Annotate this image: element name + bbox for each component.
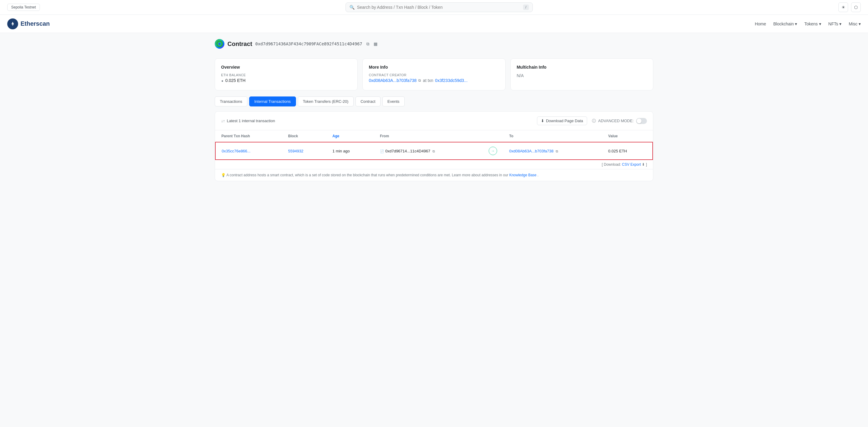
eth-balance-label: ETH BALANCE bbox=[221, 73, 351, 77]
overview-card: Overview ETH BALANCE ⬥ 0.025 ETH bbox=[215, 58, 358, 90]
contract-creator-label: CONTRACT CREATOR bbox=[369, 73, 499, 77]
download-label: Download Page Data bbox=[546, 118, 583, 123]
nav-links: Home Blockchain ▾ Tokens ▾ NFTs ▾ Misc ▾ bbox=[755, 22, 861, 26]
contract-icon bbox=[215, 39, 224, 49]
footer-note-text: A contract address hosts a smart contrac… bbox=[226, 173, 508, 177]
topbar-right: ☀ ⬡ bbox=[838, 2, 861, 12]
nfts-chevron-icon: ▾ bbox=[839, 22, 841, 26]
tab-internal-transactions[interactable]: Internal Transactions bbox=[249, 96, 296, 107]
multichain-card: Multichain Info N/A bbox=[510, 58, 653, 90]
col-block: Block bbox=[282, 130, 327, 142]
age-cell: 1 min ago bbox=[327, 142, 374, 160]
tab-contract[interactable]: Contract bbox=[355, 96, 380, 107]
table-body: 0x35cc76e866... 5594932 1 min ago 📄 0xd7… bbox=[215, 142, 653, 160]
footer-period: . bbox=[537, 173, 538, 177]
sort-icon: ↓↑ bbox=[221, 118, 225, 123]
table-row: 0x35cc76e866... 5594932 1 min ago 📄 0xd7… bbox=[215, 142, 653, 160]
table-actions: ⬇ Download Page Data ⓘ ADVANCED MODE: bbox=[537, 116, 647, 125]
direction-arrow-icon: → bbox=[489, 147, 497, 155]
address-type-label: Contract bbox=[227, 40, 252, 48]
nav-tokens[interactable]: Tokens ▾ bbox=[804, 22, 821, 26]
copy-to-icon[interactable]: ⧉ bbox=[556, 149, 558, 153]
transactions-table: Parent Txn Hash Block Age From To Value … bbox=[215, 130, 653, 160]
table-info: ↓↑ Latest 1 internal transaction bbox=[221, 118, 275, 123]
eth-balance-amount: 0.025 ETH bbox=[225, 78, 246, 83]
search-icon: 🔍 bbox=[349, 5, 354, 10]
tab-events[interactable]: Events bbox=[382, 96, 405, 107]
col-value: Value bbox=[602, 130, 653, 142]
from-cell: 📄 0xd7d96714...11c4D4967 ⧉ bbox=[374, 142, 483, 160]
tabs-container: Transactions Internal Transactions Token… bbox=[215, 96, 653, 107]
to-cell: 0xd08Ab63A...b703fa738 ⧉ bbox=[503, 142, 602, 160]
eth-network-button[interactable]: ⬡ bbox=[851, 2, 861, 12]
nav-home[interactable]: Home bbox=[755, 22, 766, 26]
file-icon: 📄 bbox=[380, 149, 384, 153]
slash-shortcut: / bbox=[523, 4, 529, 10]
qr-code-icon[interactable]: ▦ bbox=[374, 41, 377, 46]
download-csv-icon: ⬇ bbox=[642, 162, 645, 167]
table-info-text: Latest 1 internal transaction bbox=[227, 118, 275, 123]
search-bar-container: 🔍 / bbox=[345, 2, 533, 12]
multichain-na-value: N/A bbox=[517, 73, 647, 78]
advanced-mode-toggle[interactable] bbox=[636, 118, 647, 124]
download-page-data-button[interactable]: ⬇ Download Page Data bbox=[537, 116, 587, 125]
block-cell: 5594932 bbox=[282, 142, 327, 160]
toggle-knob bbox=[637, 118, 642, 123]
at-txn-label: at txn bbox=[423, 78, 433, 83]
from-address: 0xd7d96714...11c4D4967 bbox=[385, 149, 430, 153]
lightbulb-icon: 💡 bbox=[221, 173, 226, 177]
csv-export-section: [ Download: CSV Export ⬇ ] bbox=[215, 160, 653, 169]
footer-note: 💡 A contract address hosts a smart contr… bbox=[215, 169, 653, 181]
col-parent-txn-hash: Parent Txn Hash bbox=[215, 130, 282, 142]
csv-bracket-close: ] bbox=[646, 162, 647, 167]
nav-blockchain[interactable]: Blockchain ▾ bbox=[773, 22, 797, 26]
nav-misc[interactable]: Misc ▾ bbox=[849, 22, 861, 26]
table-header-row: Parent Txn Hash Block Age From To Value bbox=[215, 130, 653, 142]
advanced-mode-container: ⓘ ADVANCED MODE: bbox=[592, 118, 647, 124]
table-head: Parent Txn Hash Block Age From To Value bbox=[215, 130, 653, 142]
more-info-card-title: More Info bbox=[369, 65, 499, 69]
overview-card-title: Overview bbox=[221, 65, 351, 69]
creator-address-link[interactable]: 0xd08Ab63A...b703fa738 bbox=[369, 78, 416, 83]
topbar: Sepolia Testnet 🔍 / ☀ ⬡ bbox=[0, 0, 868, 15]
creator-txn-link[interactable]: 0x3f233dc59d3... bbox=[435, 78, 467, 83]
col-from: From bbox=[374, 130, 483, 142]
eth-diamond-icon: ⬥ bbox=[221, 78, 223, 83]
logo[interactable]: Etherscan bbox=[7, 19, 50, 29]
nav-nfts[interactable]: NFTs ▾ bbox=[829, 22, 842, 26]
topbar-left: Sepolia Testnet bbox=[7, 4, 40, 11]
csv-bracket-open: [ Download: bbox=[602, 162, 621, 167]
network-badge[interactable]: Sepolia Testnet bbox=[7, 4, 40, 11]
search-input[interactable] bbox=[357, 5, 521, 10]
advanced-mode-label: ADVANCED MODE: bbox=[598, 118, 634, 123]
svg-point-4 bbox=[219, 43, 220, 45]
eth-balance-value: ⬥ 0.025 ETH bbox=[221, 78, 351, 83]
tab-transactions[interactable]: Transactions bbox=[215, 96, 247, 107]
csv-export-link[interactable]: CSV Export bbox=[622, 162, 642, 167]
main-content: Contract 0xd7d9671436A3F434c7909FACe892f… bbox=[208, 33, 660, 187]
col-to: To bbox=[503, 130, 602, 142]
info-circle-icon: ⓘ bbox=[592, 118, 596, 124]
logo-text: Etherscan bbox=[21, 20, 50, 27]
misc-chevron-icon: ▾ bbox=[859, 22, 861, 26]
table-header: ↓↑ Latest 1 internal transaction ⬇ Downl… bbox=[215, 112, 653, 130]
col-age: Age bbox=[327, 130, 374, 142]
download-icon: ⬇ bbox=[541, 118, 544, 123]
value-cell: 0.025 ETH bbox=[602, 142, 653, 160]
multichain-card-title: Multichain Info bbox=[517, 65, 647, 69]
copy-creator-icon[interactable]: ⧉ bbox=[418, 78, 421, 83]
theme-toggle-button[interactable]: ☀ bbox=[838, 2, 848, 12]
address-header: Contract 0xd7d9671436A3F434c7909FACe892f… bbox=[215, 39, 653, 52]
copy-address-icon[interactable]: ⧉ bbox=[366, 41, 369, 47]
to-address-link[interactable]: 0xd08Ab63A...b703fa738 bbox=[509, 149, 554, 153]
col-arrow bbox=[483, 130, 503, 142]
table-section: ↓↑ Latest 1 internal transaction ⬇ Downl… bbox=[215, 111, 653, 181]
arrow-cell: → bbox=[483, 142, 503, 160]
block-link[interactable]: 5594932 bbox=[288, 149, 304, 153]
copy-from-icon[interactable]: ⧉ bbox=[433, 149, 435, 153]
knowledge-base-link[interactable]: Knowledge Base bbox=[509, 173, 536, 177]
address-hash: 0xd7d9671436A3F434c7909FACe892f4511c4D49… bbox=[255, 41, 362, 46]
txn-hash-link[interactable]: 0x35cc76e866... bbox=[222, 149, 250, 153]
tab-token-transfers[interactable]: Token Transfers (ERC-20) bbox=[298, 96, 354, 107]
logo-icon bbox=[7, 19, 18, 29]
